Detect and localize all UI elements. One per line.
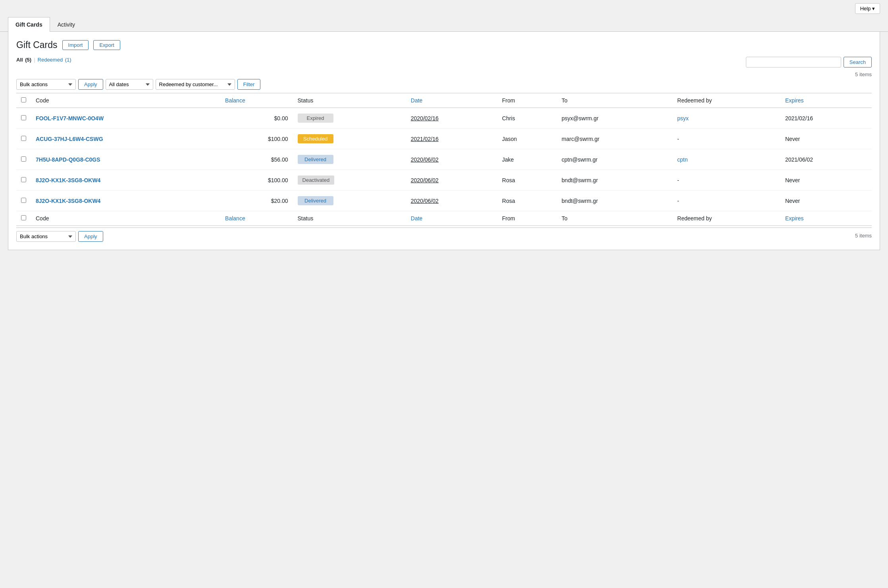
page-wrapper: Help ▾ Gift Cards Activity Gift Cards Im… — [0, 0, 888, 250]
filter-links: All (5) | Redeemed (1) — [16, 57, 71, 63]
code-link[interactable]: 7H5U-8APD-Q0G8-C0GS — [36, 156, 100, 163]
redeemed-by-link[interactable]: psyx — [677, 115, 689, 121]
redeemed-by-cell: - — [672, 129, 780, 149]
row-checkbox[interactable] — [21, 136, 26, 141]
code-link[interactable]: FOOL-F1V7-MNWC-0O4W — [36, 115, 104, 121]
row-checkbox-cell — [16, 149, 31, 170]
left-toolbar: Bulk actions Apply All dates Redeemed by… — [16, 79, 260, 90]
status-badge: Expired — [298, 114, 333, 123]
redeemed-by-value: - — [677, 136, 679, 142]
balance-cell: $20.00 — [220, 191, 293, 211]
help-button[interactable]: Help ▾ — [855, 3, 880, 14]
code-link[interactable]: 8J2O-KX1K-3SG8-OKW4 — [36, 177, 100, 183]
row-checkbox[interactable] — [21, 156, 26, 162]
tabs-bar: Gift Cards Activity — [0, 17, 888, 32]
row-checkbox-cell — [16, 129, 31, 149]
items-count-top: 5 items — [16, 71, 872, 77]
filter-button[interactable]: Filter — [237, 79, 261, 90]
redeemed-by-link[interactable]: cptn — [677, 156, 688, 163]
code-link[interactable]: 8J2O-KX1K-3SG8-OKW4 — [36, 198, 100, 204]
redeemed-by-cell: psyx — [672, 108, 780, 129]
export-button[interactable]: Export — [93, 40, 120, 50]
to-cell: marc@swrm.gr — [557, 129, 672, 149]
table-footer-row: Code Balance Status Date From To Redeeme… — [16, 211, 872, 226]
row-checkbox-cell — [16, 170, 31, 191]
status-cell: Delivered — [293, 191, 406, 211]
code-cell: ACUG-37HJ-L6W4-CSWG — [31, 129, 220, 149]
header-status: Status — [293, 93, 406, 108]
search-button[interactable]: Search — [844, 57, 872, 67]
gift-cards-table: Code Balance Status Date From To Redeeme… — [16, 93, 872, 226]
status-cell: Deactivated — [293, 170, 406, 191]
row-checkbox[interactable] — [21, 198, 26, 203]
redeemed-by-value: - — [677, 177, 679, 183]
filter-all[interactable]: All (5) — [16, 57, 31, 63]
date-link[interactable]: 2020/06/02 — [411, 198, 439, 204]
table-header-row: Code Balance Status Date From To Redeeme… — [16, 93, 872, 108]
expires-cell: Never — [780, 191, 872, 211]
redeemed-by-value: - — [677, 198, 679, 204]
redeemed-by-cell: - — [672, 191, 780, 211]
balance-cell: $100.00 — [220, 170, 293, 191]
apply-button-top[interactable]: Apply — [78, 79, 103, 90]
date-filter-select[interactable]: All dates — [106, 79, 153, 90]
date-cell: 2021/02/16 — [406, 129, 497, 149]
from-cell: Jake — [497, 149, 557, 170]
date-cell: 2020/06/02 — [406, 149, 497, 170]
date-link[interactable]: 2020/06/02 — [411, 177, 439, 183]
select-all-checkbox-footer[interactable] — [21, 215, 26, 220]
code-cell: 8J2O-KX1K-3SG8-OKW4 — [31, 191, 220, 211]
customer-filter-select[interactable]: Redeemed by customer... — [156, 79, 235, 90]
balance-cell: $100.00 — [220, 129, 293, 149]
tab-gift-cards[interactable]: Gift Cards — [8, 17, 50, 32]
header-redeemed-by: Redeemed by — [672, 93, 780, 108]
row-checkbox[interactable] — [21, 115, 26, 120]
table-row: 8J2O-KX1K-3SG8-OKW4 $20.00 Delivered 202… — [16, 191, 872, 211]
from-cell: Rosa — [497, 191, 557, 211]
bulk-actions-select-top[interactable]: Bulk actions — [16, 79, 76, 90]
header-balance[interactable]: Balance — [220, 93, 293, 108]
footer-code: Code — [31, 211, 220, 226]
date-link[interactable]: 2021/02/16 — [411, 136, 439, 142]
tab-activity[interactable]: Activity — [50, 17, 83, 32]
bulk-actions-select-bottom[interactable]: Bulk actions — [16, 231, 76, 242]
bottom-row: Bulk actions Apply 5 items — [16, 227, 872, 242]
status-badge: Delivered — [298, 155, 333, 164]
expires-cell: Never — [780, 129, 872, 149]
from-cell: Jason — [497, 129, 557, 149]
table-row: 7H5U-8APD-Q0G8-C0GS $56.00 Delivered 202… — [16, 149, 872, 170]
footer-expires[interactable]: Expires — [780, 211, 872, 226]
to-cell: psyx@swrm.gr — [557, 108, 672, 129]
balance-cell: $56.00 — [220, 149, 293, 170]
table-row: 8J2O-KX1K-3SG8-OKW4 $100.00 Deactivated … — [16, 170, 872, 191]
row-checkbox-cell — [16, 191, 31, 211]
main-content: Gift Cards Import Export All (5) | Redee… — [8, 32, 880, 250]
header-checkbox-col — [16, 93, 31, 108]
import-button[interactable]: Import — [62, 40, 89, 50]
footer-from: From — [497, 211, 557, 226]
expires-cell: Never — [780, 170, 872, 191]
footer-to: To — [557, 211, 672, 226]
header-expires[interactable]: Expires — [780, 93, 872, 108]
code-cell: FOOL-F1V7-MNWC-0O4W — [31, 108, 220, 129]
redeemed-by-cell: - — [672, 170, 780, 191]
code-link[interactable]: ACUG-37HJ-L6W4-CSWG — [36, 136, 103, 142]
date-cell: 2020/06/02 — [406, 170, 497, 191]
date-link[interactable]: 2020/02/16 — [411, 115, 439, 121]
code-cell: 7H5U-8APD-Q0G8-C0GS — [31, 149, 220, 170]
to-cell: bndt@swrm.gr — [557, 170, 672, 191]
footer-balance[interactable]: Balance — [220, 211, 293, 226]
date-link[interactable]: 2020/06/02 — [411, 156, 439, 163]
footer-date[interactable]: Date — [406, 211, 497, 226]
status-badge: Scheduled — [298, 134, 333, 143]
expires-cell: 2021/02/16 — [780, 108, 872, 129]
header-date[interactable]: Date — [406, 93, 497, 108]
select-all-checkbox[interactable] — [21, 97, 26, 102]
status-badge: Delivered — [298, 196, 333, 205]
status-cell: Delivered — [293, 149, 406, 170]
balance-cell: $0.00 — [220, 108, 293, 129]
filter-redeemed[interactable]: Redeemed (1) — [38, 57, 71, 63]
row-checkbox[interactable] — [21, 177, 26, 182]
search-input[interactable] — [746, 57, 841, 67]
apply-button-bottom[interactable]: Apply — [78, 231, 103, 242]
